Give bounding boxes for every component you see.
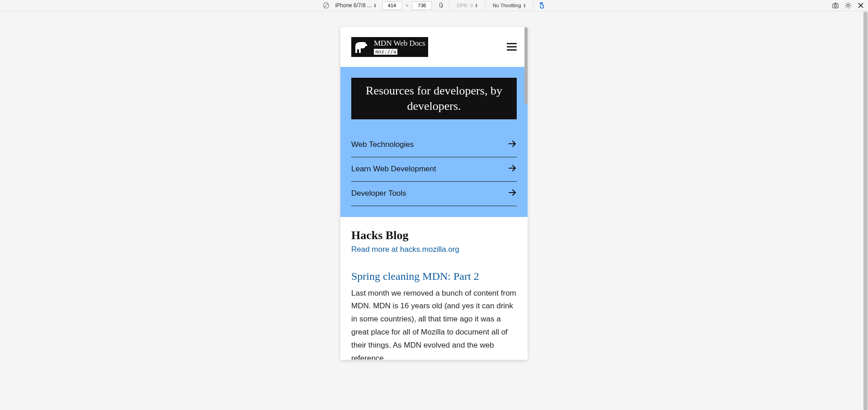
settings-icon[interactable] — [844, 2, 852, 9]
device-viewport: MDN Web Docs moz://a Resources for devel… — [340, 27, 528, 360]
blog-section: Hacks Blog Read more at hacks.mozilla.or… — [340, 217, 528, 360]
svg-line-1 — [324, 4, 328, 7]
hero-link-web-technologies[interactable]: Web Technologies — [351, 133, 517, 157]
select-arrows-icon: ▲▼ — [523, 3, 526, 8]
throttling-selector[interactable]: No Throttling ▲▼ — [490, 2, 529, 9]
dimension-separator: × — [405, 3, 409, 8]
svg-point-5 — [835, 5, 837, 7]
logo-sub-text: moz://a — [374, 49, 397, 55]
no-device-icon[interactable] — [322, 2, 330, 9]
mdn-logo[interactable]: MDN Web Docs moz://a — [351, 37, 428, 57]
toolbar-separator — [533, 1, 534, 9]
viewport-scrollbar[interactable] — [524, 27, 528, 104]
hero-link-label: Developer Tools — [351, 189, 406, 198]
hero-link-learn-web-development[interactable]: Learn Web Development — [351, 157, 517, 182]
device-name: iPhone 6/7/8 ... — [335, 2, 372, 9]
svg-rect-2 — [440, 3, 442, 7]
select-arrows-icon: ▲▼ — [373, 3, 377, 8]
viewport-height-input[interactable] — [412, 1, 432, 10]
viewport-width-input[interactable] — [382, 1, 402, 10]
dpr-label: DPR: 3 — [457, 3, 472, 8]
blog-readmore-link[interactable]: Read more at hacks.mozilla.org — [351, 245, 517, 254]
responsive-viewport-area: MDN Web Docs moz://a Resources for devel… — [0, 11, 868, 410]
blog-post-body: Last month we removed a bunch of content… — [351, 287, 517, 360]
outer-scrollbar[interactable] — [863, 11, 868, 410]
screenshot-icon[interactable] — [832, 2, 839, 9]
hero-section: Resources for developers, by developers.… — [340, 67, 528, 217]
hero-link-developer-tools[interactable]: Developer Tools — [351, 182, 517, 206]
dpr-selector[interactable]: DPR: 3 ▲▼ — [454, 2, 480, 9]
select-arrows-icon: ▲▼ — [475, 3, 478, 8]
arrow-right-icon — [508, 139, 517, 151]
device-selector[interactable]: iPhone 6/7/8 ... ▲▼ — [332, 1, 379, 9]
arrow-right-icon — [508, 188, 517, 199]
throttling-label: No Throttling — [493, 3, 521, 8]
close-icon[interactable] — [857, 2, 864, 9]
arrow-right-icon — [508, 164, 517, 175]
toolbar-right-controls — [832, 2, 864, 9]
toolbar-separator — [449, 1, 449, 9]
svg-rect-4 — [833, 4, 838, 8]
hero-title: Resources for developers, by developers. — [351, 78, 517, 119]
site-header: MDN Web Docs moz://a — [340, 27, 528, 67]
toolbar-separator — [485, 1, 486, 9]
dino-icon — [351, 37, 371, 57]
hamburger-menu-icon[interactable] — [507, 43, 517, 51]
devtools-responsive-toolbar: iPhone 6/7/8 ... ▲▼ × DPR: 3 ▲▼ No Throt… — [0, 0, 868, 11]
logo-text: MDN Web Docs moz://a — [371, 37, 428, 57]
hero-link-label: Web Technologies — [351, 140, 414, 149]
svg-point-6 — [847, 5, 849, 7]
toolbar-center-controls: iPhone 6/7/8 ... ▲▼ × DPR: 3 ▲▼ No Throt… — [322, 1, 545, 10]
logo-main-text: MDN Web Docs — [374, 39, 425, 48]
rotate-viewport-icon[interactable] — [437, 2, 444, 9]
hero-link-label: Learn Web Development — [351, 165, 436, 174]
blog-post-title[interactable]: Spring cleaning MDN: Part 2 — [351, 270, 517, 283]
blog-heading: Hacks Blog — [351, 229, 517, 242]
touch-simulation-icon[interactable] — [538, 2, 546, 9]
